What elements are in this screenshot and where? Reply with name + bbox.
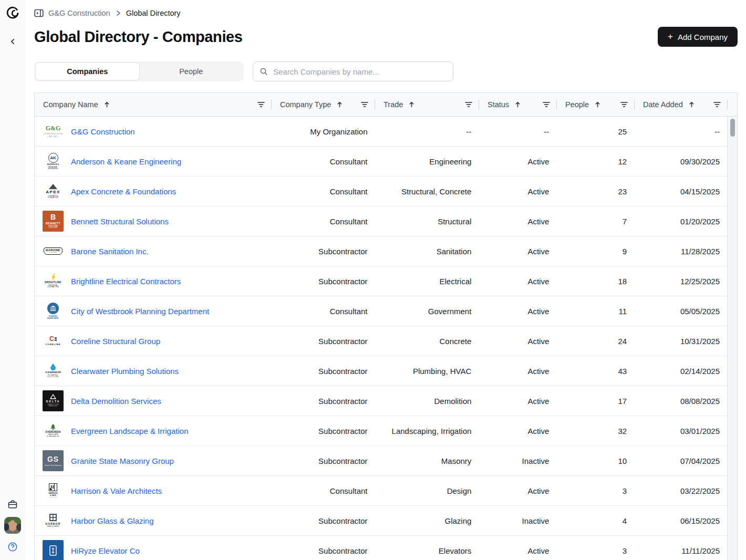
table-row[interactable]: HiRyze Elevator CoSubcontractorElevators… [35,536,727,560]
table-row[interactable]: BARONESANITATIONBarone Sanitation Inc.Su… [35,236,727,266]
column-label: Status [488,100,509,109]
company-name-link[interactable]: Clearwater Plumbing Solutions [71,367,179,376]
company-name-link[interactable]: City of Westbrook Planning Department [71,307,209,316]
sort-asc-icon[interactable] [409,101,415,108]
search-box[interactable] [253,61,453,81]
company-type-cell: Subcontractor [272,277,375,286]
company-name-link[interactable]: Apex Concrete & Foundations [71,187,176,196]
company-logo: CCORELINE [43,330,64,351]
column-header-status[interactable]: Status [479,93,557,116]
company-name-link[interactable]: Barone Sanitation Inc. [71,247,149,256]
filter-icon[interactable] [257,101,265,108]
company-logo: CLEARWATERPLUMBINGSOLUTIONS [43,360,64,381]
column-header-company-type[interactable]: Company Type [272,93,375,116]
add-company-button[interactable]: + Add Company [658,27,738,47]
table-header-row: Company NameCompany TypeTradeStatusPeopl… [34,92,738,117]
date-added-cell: -- [634,127,727,136]
search-input[interactable] [272,67,447,77]
trade-cell: Elevators [375,546,479,555]
status-cell: Active [479,187,556,196]
sort-asc-icon[interactable] [689,101,695,108]
table-row[interactable]: HHARRISON& VALEARCHITECTSHarrison & Vale… [35,476,727,506]
company-name-cell: BARONESANITATIONBarone Sanitation Inc. [35,241,272,262]
column-label: Trade [384,100,403,109]
company-logo: BRIGHTLINEELECTRICALCONTRACTORS [43,271,64,292]
date-added-cell: 06/15/2025 [634,516,727,525]
user-avatar[interactable] [4,517,21,534]
people-count-cell: 10 [556,457,634,465]
status-cell: Active [479,217,556,226]
company-logo: G&GCONSTRUCTION— EST. 1947 — [43,121,64,142]
brand-logo-icon[interactable] [5,6,20,20]
table-row[interactable]: BRIGHTLINEELECTRICALCONTRACTORSBrightlin… [35,266,727,296]
tab-companies[interactable]: Companies [35,63,140,80]
filter-icon[interactable] [361,101,368,108]
status-cell: -- [479,127,556,136]
search-icon [260,67,268,76]
company-name-link[interactable]: G&G Construction [71,127,135,136]
left-sidebar [0,0,25,560]
sort-asc-icon[interactable] [595,101,600,108]
table-row[interactable]: BBENNETTSTRUCTURALSOLUTIONSBennett Struc… [35,206,727,236]
date-added-cell: 11/28/2025 [634,247,727,256]
table-row[interactable]: G&GCONSTRUCTION— EST. 1947 —G&G Construc… [35,117,727,147]
table-row[interactable]: CLEARWATERPLUMBINGSOLUTIONSClearwater Pl… [35,356,727,386]
company-name-link[interactable]: Evergreen Landscape & Irrigation [71,427,188,435]
company-name-link[interactable]: Brightline Electrical Contractors [71,277,181,286]
filter-icon[interactable] [713,101,721,108]
table-row[interactable]: EVERGREENLANDSCAPE& IRRIGATIONEvergreen … [35,416,727,446]
plus-icon: + [668,32,673,41]
filter-icon[interactable] [543,101,550,108]
company-name-cell: APEXCONCRETE &FOUNDATIONSApex Concrete &… [35,181,272,202]
trade-cell: Plumbing, HVAC [375,367,479,376]
table-row[interactable]: GSGranite State MasonryGranite State Mas… [35,446,727,476]
company-name-link[interactable]: Delta Demolition Services [71,397,161,406]
column-header-company-name[interactable]: Company Name [35,93,272,116]
column-header-date-added[interactable]: Date Added [635,93,728,116]
company-name-link[interactable]: Anderson & Keane Engineering [71,157,181,166]
table-row[interactable]: DELTADEMOLITIONSERVICESDelta Demolition … [35,386,727,416]
sort-asc-icon[interactable] [104,101,110,108]
tab-people[interactable]: People [140,63,243,80]
sort-asc-icon[interactable] [337,101,343,108]
panel-toggle-icon[interactable] [34,9,44,17]
table-row[interactable]: PLANNINGDEPARTMENTCity of Westbrook Plan… [35,296,727,326]
company-name-link[interactable]: Bennett Structural Solutions [71,217,169,226]
people-count-cell: 9 [556,247,634,256]
company-logo: HHARRISON& VALEARCHITECTS [43,480,64,501]
company-name-link[interactable]: Coreline Structural Group [71,337,160,346]
tab-group: Companies People [34,61,244,81]
date-added-cell: 10/31/2025 [634,337,727,346]
company-name-link[interactable]: HiRyze Elevator Co [71,546,140,555]
table-row[interactable]: CCORELINECoreline Structural GroupSubcon… [35,326,727,356]
trade-cell: Sanitation [375,247,479,256]
table-row[interactable]: APEXCONCRETE &FOUNDATIONSApex Concrete &… [35,177,727,206]
table-row[interactable]: AKANDERSON &KEANEENGINEERINGAnderson & K… [35,147,727,177]
column-header-people[interactable]: People [557,93,635,116]
company-name-link[interactable]: Harbor Glass & Glazing [71,516,154,525]
sort-asc-icon[interactable] [515,101,521,108]
scrollbar-thumb[interactable] [730,119,735,137]
company-type-cell: Subcontractor [272,337,375,346]
company-name-link[interactable]: Granite State Masonry Group [71,457,174,465]
filter-icon[interactable] [620,101,628,108]
company-type-cell: Subcontractor [272,367,375,376]
column-header-trade[interactable]: Trade [375,93,479,116]
company-name-cell: AKANDERSON &KEANEENGINEERINGAnderson & K… [35,151,272,172]
date-added-cell: 03/22/2025 [634,486,727,495]
trade-cell: Electrical [375,277,479,286]
company-logo: HARBORGLASS & GLAZING [43,510,64,531]
collapse-sidebar-button[interactable] [5,34,20,49]
company-logo: GSGranite State Masonry [43,450,64,471]
breadcrumb-org-link[interactable]: G&G Construction [48,9,110,17]
filter-icon[interactable] [465,101,472,108]
help-icon[interactable] [6,540,19,554]
briefcase-icon[interactable] [5,497,20,512]
table-scrollbar-track[interactable] [727,117,738,560]
trade-cell: Government [375,307,479,316]
company-name-cell: PLANNINGDEPARTMENTCity of Westbrook Plan… [35,300,272,322]
column-label: Company Type [280,100,331,109]
table-row[interactable]: HARBORGLASS & GLAZINGHarbor Glass & Glaz… [35,506,727,536]
company-name-link[interactable]: Harrison & Vale Architects [71,486,162,495]
company-logo: AKANDERSON &KEANEENGINEERING [43,151,64,172]
